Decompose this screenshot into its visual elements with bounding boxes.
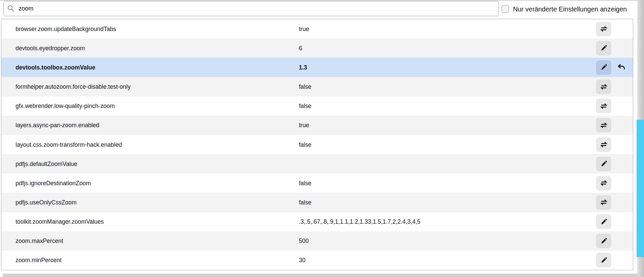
- reset-button[interactable]: [615, 61, 628, 74]
- edit-button[interactable]: [596, 215, 611, 229]
- pref-value: 30: [299, 257, 305, 264]
- pref-value: .3,.5,.67,.8,.9,1,1.1,1.2,1.33,1.5,1.7,2…: [299, 218, 420, 225]
- pref-row[interactable]: devtools.toolbox.zoomValue 1.3: [1, 58, 633, 77]
- pref-name: pdfjs.useOnlyCssZoom: [16, 199, 77, 206]
- pref-value: true: [299, 25, 309, 32]
- pref-name: layers.async-pan-zoom.enabled: [16, 122, 99, 129]
- pref-value: 1.3: [299, 64, 307, 71]
- horizontal-scrollbar[interactable]: [3, 274, 637, 277]
- toggle-arrows-icon: [600, 141, 608, 148]
- pref-row[interactable]: pdfjs.ignoreDestinationZoom false: [1, 173, 633, 193]
- pref-row[interactable]: gfx.webrender.low-quality-pinch-zoom fal…: [1, 96, 633, 116]
- pref-name: formhelper.autozoom.force-disable.test-o…: [16, 83, 130, 90]
- vertical-scrollbar-thumb[interactable]: [637, 120, 644, 257]
- toggle-arrows-icon: [600, 179, 608, 187]
- pref-value: false: [299, 83, 311, 90]
- pref-row[interactable]: formhelper.autozoom.force-disable.test-o…: [1, 77, 633, 96]
- pref-row[interactable]: browser.zoom.updateBackgroundTabs true: [1, 19, 633, 38]
- toggle-arrows-icon: [600, 102, 608, 110]
- pencil-icon: [600, 238, 607, 244]
- edit-button[interactable]: [596, 157, 611, 171]
- pencil-icon: [600, 161, 607, 167]
- pref-value: 6: [299, 45, 302, 52]
- edit-button[interactable]: [596, 234, 611, 248]
- pref-name: gfx.webrender.low-quality-pinch-zoom: [16, 103, 115, 110]
- pref-name: devtools.toolbox.zoomValue: [16, 64, 95, 71]
- pref-row[interactable]: toolkit.zoomManager.zoomValues .3,.5,.67…: [1, 212, 633, 231]
- pref-value: true: [299, 122, 309, 129]
- pencil-icon: [600, 45, 607, 52]
- pref-name: browser.zoom.updateBackgroundTabs: [16, 25, 116, 32]
- pref-value: 500: [299, 238, 309, 245]
- pref-row[interactable]: layers.async-pan-zoom.enabled true: [1, 116, 633, 135]
- toggle-button[interactable]: [596, 99, 611, 113]
- modified-only-filter[interactable]: Nur veränderte Einstellungen anzeigen: [501, 1, 627, 17]
- pref-name: devtools.eyedropper.zoom: [16, 45, 85, 52]
- pencil-icon: [600, 64, 607, 71]
- window-top-edge: [0, 0, 644, 1]
- undo-icon: [617, 63, 626, 72]
- pref-row[interactable]: layout.css.zoom-transform-hack.enabled f…: [1, 135, 633, 154]
- edit-button[interactable]: [596, 253, 611, 268]
- toggle-button[interactable]: [596, 80, 611, 94]
- pref-row[interactable]: devtools.eyedropper.zoom 6: [1, 38, 633, 58]
- pref-row[interactable]: pdfjs.useOnlyCssZoom false: [1, 193, 633, 212]
- pref-value: false: [299, 179, 311, 187]
- pref-value: false: [299, 103, 311, 110]
- pref-row[interactable]: pdfjs.defaultZoomValue: [1, 154, 633, 173]
- pref-name: pdfjs.defaultZoomValue: [16, 160, 77, 167]
- toggle-arrows-icon: [600, 83, 608, 90]
- toggle-arrows-icon: [600, 199, 608, 206]
- edit-button[interactable]: [596, 60, 611, 75]
- pref-value: false: [299, 141, 311, 148]
- pref-row[interactable]: zoom.minPercent 30: [1, 251, 633, 270]
- pref-name: zoom.maxPercent: [16, 238, 63, 245]
- pref-name: pdfjs.ignoreDestinationZoom: [16, 179, 91, 187]
- toggle-button[interactable]: [596, 137, 611, 152]
- pencil-icon: [600, 218, 607, 225]
- toggle-button[interactable]: [596, 176, 611, 190]
- toggle-arrows-icon: [600, 25, 608, 33]
- pencil-icon: [600, 257, 607, 264]
- pref-row[interactable]: zoom.maxPercent 500: [1, 231, 633, 251]
- modified-only-label: Nur veränderte Einstellungen anzeigen: [513, 5, 627, 13]
- vertical-scrollbar[interactable]: [637, 0, 644, 277]
- toggle-button[interactable]: [596, 22, 611, 36]
- edit-button[interactable]: [596, 41, 611, 55]
- pref-name: layout.css.zoom-transform-hack.enabled: [16, 141, 122, 148]
- pref-value: false: [299, 199, 311, 206]
- pref-name: zoom.minPercent: [16, 257, 61, 264]
- toggle-button[interactable]: [596, 195, 611, 210]
- search-input[interactable]: [3, 1, 499, 16]
- pref-name: toolkit.zoomManager.zoomValues: [16, 218, 104, 225]
- toggle-arrows-icon: [600, 121, 608, 129]
- prefs-table: browser.zoom.updateBackgroundTabs true d…: [1, 19, 633, 270]
- toggle-button[interactable]: [596, 118, 611, 133]
- modified-only-checkbox[interactable]: [501, 5, 509, 13]
